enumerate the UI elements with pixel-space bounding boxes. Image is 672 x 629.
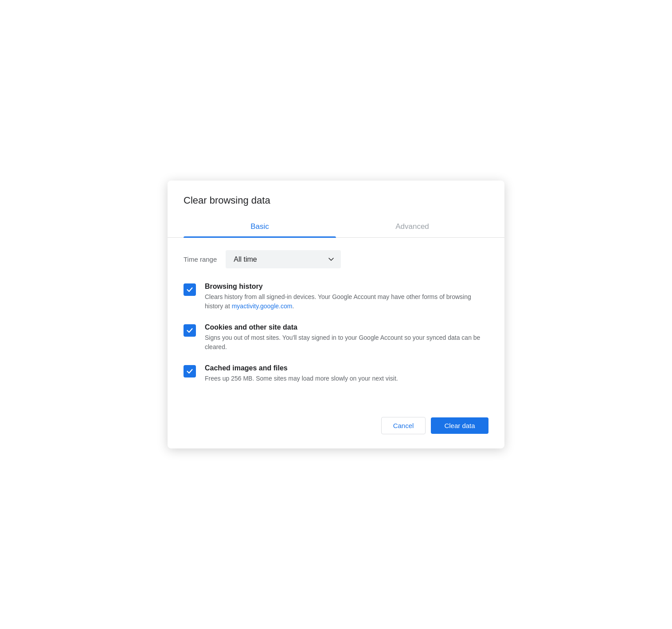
myactivity-link[interactable]: myactivity.google.com xyxy=(232,303,293,310)
checkbox-cached-wrapper[interactable] xyxy=(184,365,196,377)
checkmark-icon-cached xyxy=(186,368,193,375)
cached-title: Cached images and files xyxy=(205,364,488,372)
cached-text: Cached images and files Frees up 256 MB.… xyxy=(205,364,488,383)
clear-browsing-data-dialog: Clear browsing data Basic Advanced Time … xyxy=(168,181,504,448)
checkbox-cookies-wrapper[interactable] xyxy=(184,324,196,337)
cookies-text: Cookies and other site data Signs you ou… xyxy=(205,323,488,352)
checkbox-item-cookies: Cookies and other site data Signs you ou… xyxy=(184,323,488,352)
checkbox-browsing-history[interactable] xyxy=(184,283,196,296)
cookies-desc: Signs you out of most sites. You'll stay… xyxy=(205,333,488,352)
tab-basic-content: Time range Last hour Last 24 hours Last … xyxy=(168,250,504,383)
time-range-label: Time range xyxy=(184,256,217,263)
browsing-history-desc: Clears history from all signed-in device… xyxy=(205,292,488,311)
checkbox-browsing-history-wrapper[interactable] xyxy=(184,283,196,296)
tab-advanced[interactable]: Advanced xyxy=(336,217,488,237)
cookies-title: Cookies and other site data xyxy=(205,323,488,331)
time-range-select-wrapper: Last hour Last 24 hours Last 7 days Last… xyxy=(226,250,341,268)
checkmark-icon-cookies xyxy=(186,327,193,334)
checkbox-item-browsing-history: Browsing history Clears history from all… xyxy=(184,283,488,311)
checkmark-icon xyxy=(186,286,193,293)
cached-desc: Frees up 256 MB. Some sites may load mor… xyxy=(205,374,488,383)
browsing-history-text: Browsing history Clears history from all… xyxy=(205,283,488,311)
browsing-history-title: Browsing history xyxy=(205,283,488,291)
checkbox-item-cached: Cached images and files Frees up 256 MB.… xyxy=(184,364,488,383)
checkbox-cookies[interactable] xyxy=(184,324,196,337)
checkbox-cached[interactable] xyxy=(184,365,196,377)
time-range-select[interactable]: Last hour Last 24 hours Last 7 days Last… xyxy=(226,250,341,268)
dialog-title: Clear browsing data xyxy=(168,195,504,217)
tab-basic[interactable]: Basic xyxy=(184,217,336,237)
clear-data-button[interactable]: Clear data xyxy=(431,417,488,434)
dialog-footer: Cancel Clear data xyxy=(168,396,504,438)
time-range-row: Time range Last hour Last 24 hours Last … xyxy=(184,250,488,268)
tabs-container: Basic Advanced xyxy=(168,217,504,238)
cancel-button[interactable]: Cancel xyxy=(381,417,426,434)
